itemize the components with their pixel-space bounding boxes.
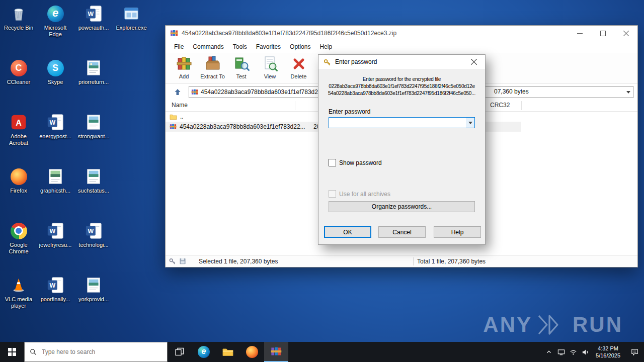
skype-icon [46,58,65,77]
tray-display-button[interactable] [555,342,567,362]
address-dropdown-button[interactable] [624,86,633,98]
menu-help[interactable]: Help [315,43,337,50]
anyrun-logo-icon [536,313,569,336]
winrar-titlebar[interactable]: 454a0228ab3aca978bb8da603e1f1ef783d2247f… [166,26,637,41]
desktop-icon-energypost[interactable]: W energypost... [37,113,73,140]
password-key-icon [324,58,331,66]
picture-file-icon [46,167,65,186]
password-input[interactable] [329,117,475,128]
desktop-icon-label: yorkprovid... [75,296,112,303]
organize-passwords-button[interactable]: Organize passwords... [329,201,475,212]
toolbar-label: Extract To [200,73,225,79]
folder-icon [170,113,177,121]
desktop-icon-yorkprovid[interactable]: yorkprovid... [75,276,112,303]
taskbar: 4:32 PM 5/16/2025 [0,342,644,362]
svg-text:W: W [88,11,94,18]
desktop-icon-microsoft-edge[interactable]: Microsoft Edge [37,4,73,38]
toolbar-label: Add [179,73,189,79]
desktop-icon-label: Firefox [1,188,37,194]
desktop-icon-google-chrome[interactable]: Google Chrome [1,221,37,255]
status-selected-text: Selected 1 file, 207,360 bytes [199,258,278,265]
picture-file-icon [84,58,103,77]
menu-commands[interactable]: Commands [188,43,228,50]
svg-text:W: W [50,282,56,289]
desktop-icon-skype[interactable]: Skype [37,58,73,85]
windows-logo-icon [8,348,16,356]
add-button[interactable]: Add [170,53,198,83]
test-button[interactable]: Test [227,53,256,83]
tray-network-button[interactable] [567,342,579,362]
desktop-icon-label: suchstatus... [75,188,112,194]
edge-icon [46,4,65,23]
taskbar-firefox-button[interactable] [240,342,264,362]
desktop-icon-technologi[interactable]: W technologi... [75,221,112,248]
extract-to-button[interactable]: Extract To [198,53,227,83]
disk-icon [179,257,187,265]
taskbar-clock[interactable]: 4:32 PM 5/16/2025 [591,345,625,359]
desktop-icon-label: Microsoft Edge [37,25,73,38]
taskbar-search[interactable] [24,342,168,362]
menu-favorites[interactable]: Favorites [252,43,285,50]
dialog-info-line2: 0228ab3aca978bb8da603e1f1ef783d2247f95d1… [318,83,485,90]
close-button[interactable] [614,26,637,41]
desktop-icon-ccleaner[interactable]: CCleaner [1,58,37,85]
dialog-titlebar[interactable]: Enter password [318,55,485,69]
column-divider[interactable] [295,101,295,110]
word-doc-icon: W [46,221,65,240]
search-input[interactable] [41,348,167,356]
desktop-icon-graphicsth[interactable]: graphicsth... [37,167,73,194]
notification-icon [630,348,639,356]
help-button[interactable]: Help [434,226,481,238]
maximize-button[interactable] [591,26,614,41]
up-arrow-icon [173,87,182,97]
password-dropdown-button[interactable] [466,118,474,128]
task-view-button[interactable] [168,342,192,362]
minimize-button[interactable] [568,26,591,41]
menu-options[interactable]: Options [285,43,315,50]
taskbar-winrar-button[interactable] [264,342,288,362]
show-password-checkbox[interactable]: Show password [329,159,382,166]
up-folder-button[interactable] [171,86,185,98]
picture-file-icon [84,167,103,186]
firefox-icon [9,167,28,186]
desktop-icon-recycle-bin[interactable]: Recycle Bin [1,4,37,31]
start-button[interactable] [0,342,24,362]
delete-button[interactable]: Delete [284,53,313,83]
desktop-icon-explorer-exe[interactable]: Explorer.exe [113,4,149,31]
menu-file[interactable]: File [170,43,188,50]
column-header-crc32[interactable]: CRC32 [490,102,510,109]
desktop-icon-jewelryresu[interactable]: W jewelryresu... [37,221,73,248]
chevron-down-icon [626,91,630,94]
archive-file-icon [170,123,177,130]
picture-file-icon [84,276,103,295]
file-name: .. [180,113,184,120]
hidden-icons-chevron[interactable] [543,342,555,362]
watermark-run-text: RUN [573,313,623,337]
action-center-button[interactable] [625,342,644,362]
desktop-icon-label: CCleaner [1,79,37,85]
desktop-icon-label: Explorer.exe [113,25,149,31]
desktop-icon-vlc[interactable]: VLC media player [1,276,37,309]
cancel-button[interactable]: Cancel [378,226,426,238]
taskbar-edge-button[interactable] [192,342,216,362]
desktop-icon-firefox[interactable]: Firefox [1,167,37,194]
ok-button[interactable]: OK [324,226,371,238]
tray-volume-button[interactable] [579,342,591,362]
desktop-icon-priorreturn[interactable]: priorreturn... [75,58,112,85]
word-doc-icon: W [84,4,103,23]
file-explorer-icon [222,346,234,358]
desktop-icon-suchstatus[interactable]: suchstatus... [75,167,112,194]
column-divider[interactable] [521,101,522,110]
task-view-icon [175,347,184,356]
desktop-icon-poorfinally[interactable]: W poorfinally... [37,276,73,303]
use-for-all-archives-checkbox[interactable]: Use for all archives [329,190,390,198]
dialog-close-button[interactable] [462,55,485,69]
desktop-icon-strongwant[interactable]: strongwant... [75,113,112,140]
view-button[interactable]: View [256,53,284,83]
svg-text:W: W [88,228,94,235]
column-header-name[interactable]: Name [172,102,188,109]
menu-tools[interactable]: Tools [228,43,252,50]
taskbar-file-explorer-button[interactable] [216,342,240,362]
desktop-icon-adobe-acrobat[interactable]: A Adobe Acrobat [1,113,37,146]
desktop-icon-powerauth[interactable]: W powerauth... [75,4,112,31]
